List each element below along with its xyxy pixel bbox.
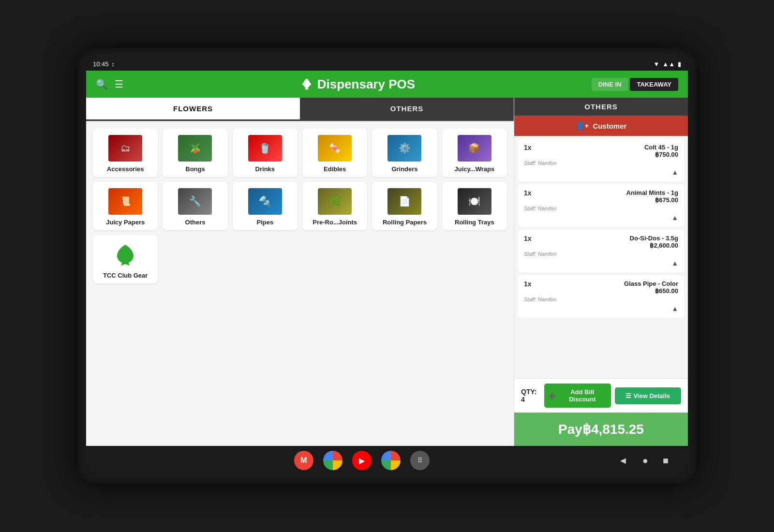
order-item-qty: 1x <box>524 235 532 242</box>
order-item: 1x Do-Si-Dos - 3.5g ฿2,600.00 Staff: Nam… <box>518 230 684 272</box>
plus-icon: ➕ <box>548 392 556 399</box>
category-bongs-label: Bongs <box>185 165 205 173</box>
order-item-qty: 1x <box>524 144 532 151</box>
bongs-image: 🪴 <box>178 135 212 162</box>
order-item-staff: Staff: Namfon <box>524 160 678 166</box>
list-icon: ☰ <box>625 392 631 399</box>
order-item-expand[interactable]: ▲ <box>524 259 678 267</box>
dock-icons: M ▶ ⠿ <box>105 451 618 470</box>
tab-others[interactable]: OTHERS <box>300 98 514 121</box>
category-rolling-trays-label: Rolling Trays <box>455 219 494 226</box>
pipes-image: 🔩 <box>248 188 282 215</box>
add-bill-discount-button[interactable]: ➕ Add Bill Discount <box>544 384 611 408</box>
category-juicy-wraps[interactable]: 📦 Juicy...Wraps <box>442 129 507 177</box>
dock-gmail[interactable]: M <box>294 451 313 470</box>
order-item-staff: Staff: Namfon <box>524 251 678 257</box>
status-right: ▼ ▲▲ ▮ <box>653 60 681 68</box>
dine-in-tab[interactable]: DINE IN <box>592 78 628 91</box>
tcc-image <box>108 241 142 268</box>
status-bar: 10:45 ↕ ▼ ▲▲ ▮ <box>86 57 688 71</box>
dock-chrome[interactable] <box>323 451 342 470</box>
add-customer-icon: 👤+ <box>576 121 589 130</box>
category-juicy-wraps-label: Juicy...Wraps <box>455 165 495 173</box>
category-edibles[interactable]: 🍬 Edibles <box>302 129 367 177</box>
order-list: 1x Colt 45 - 1g ฿750.00 Staff: Namfon ▲ <box>514 136 688 378</box>
status-left: 10:45 ↕ <box>93 60 115 68</box>
back-button[interactable]: ◄ <box>618 455 628 466</box>
qty-label: QTY: <box>521 388 540 396</box>
category-drinks[interactable]: 🥤 Drinks <box>233 129 298 177</box>
order-item-name: Animal Mints - 1g <box>532 189 678 196</box>
wifi-icon: ▼ <box>653 60 659 68</box>
order-item-name: Colt 45 - 1g <box>532 144 678 151</box>
order-item-row: 1x Colt 45 - 1g ฿750.00 <box>524 144 678 158</box>
app-title-container: Dispensary POS <box>131 77 584 92</box>
cannabis-leaf-icon <box>300 77 313 91</box>
category-juicy-papers[interactable]: 📜 Juicy Papers <box>93 182 158 230</box>
menu-icon[interactable]: ☰ <box>115 78 123 90</box>
order-footer: QTY: 4 ➕ Add Bill Discount ☰ View Detail… <box>514 378 688 413</box>
app-title: Dispensary POS <box>317 77 415 92</box>
juicy-papers-image: 📜 <box>108 188 142 215</box>
category-grinders-label: Grinders <box>391 165 417 173</box>
category-others[interactable]: 🔧 Others <box>163 182 227 230</box>
tablet-device: 10:45 ↕ ▼ ▲▲ ▮ 🔍 ☰ Dispensary POS <box>77 48 697 484</box>
pay-button[interactable]: Pay฿4,815.25 <box>514 413 688 446</box>
tab-flowers[interactable]: FLOWERS <box>86 98 300 121</box>
category-pipes[interactable]: 🔩 Pipes <box>233 182 298 230</box>
category-tcc-label: TCC Club Gear <box>103 272 148 279</box>
order-item-expand[interactable]: ▲ <box>524 304 678 313</box>
category-juicy-papers-label: Juicy Papers <box>106 219 145 226</box>
category-pipes-label: Pipes <box>256 219 273 226</box>
category-rolling-papers[interactable]: 📄 Rolling Papers <box>372 182 437 230</box>
order-item-expand[interactable]: ▲ <box>524 168 678 177</box>
bottom-bar: M ▶ ⠿ ◄ ● ■ <box>86 446 688 475</box>
order-item-qty: 1x <box>524 280 532 288</box>
category-bongs[interactable]: 🪴 Bongs <box>163 129 227 177</box>
signal-icon: ▲▲ <box>662 60 675 68</box>
app-header: 🔍 ☰ Dispensary POS DINE IN TAKEAWAY <box>86 71 688 98</box>
category-grinders[interactable]: ⚙️ Grinders <box>372 129 437 177</box>
order-item: 1x Glass Pipe - Color ฿650.00 Staff: Nam… <box>518 275 684 318</box>
order-item-expand[interactable]: ▲ <box>524 213 678 222</box>
category-pre-rolled[interactable]: 🌿 Pre-Ro...Joints <box>302 182 367 230</box>
category-rolling-trays[interactable]: 🍽️ Rolling Trays <box>442 182 507 230</box>
drinks-image: 🥤 <box>248 135 282 162</box>
mode-tabs: DINE IN TAKEAWAY <box>592 78 678 91</box>
tcc-leaf-svg <box>112 242 139 266</box>
battery-icon: ▮ <box>678 60 681 68</box>
category-others-label: Others <box>185 219 206 226</box>
order-item-name: Do-Si-Dos - 3.5g <box>532 235 678 242</box>
order-item-staff: Staff: Namfon <box>524 206 678 211</box>
order-item-price: ฿2,600.00 <box>532 242 678 249</box>
juicy-wraps-image: 📦 <box>458 135 491 162</box>
add-discount-label: Add Bill Discount <box>558 388 607 403</box>
takeaway-tab[interactable]: TAKEAWAY <box>630 78 678 91</box>
order-item-qty: 1x <box>524 189 532 197</box>
order-item-row: 1x Animal Mints - 1g ฿675.00 <box>524 189 678 204</box>
order-item-price: ฿750.00 <box>532 151 678 158</box>
category-edibles-label: Edibles <box>324 165 346 173</box>
order-item-staff: Staff: Namfon <box>524 296 678 302</box>
view-details-label: View Details <box>633 392 670 399</box>
chevron-up-icon: ▲ <box>671 214 678 222</box>
qty-value: 4 <box>521 396 540 403</box>
view-details-button[interactable]: ☰ View Details <box>615 387 682 404</box>
category-accessories[interactable]: 🗂 Accessories <box>93 129 158 177</box>
order-item: 1x Animal Mints - 1g ฿675.00 Staff: Namf… <box>518 184 684 227</box>
chevron-up-icon: ▲ <box>671 259 678 267</box>
categories-grid: 🗂 Accessories 🪴 Bongs 🥤 <box>86 122 514 290</box>
main-content: FLOWERS OTHERS 🗂 Accessories 🪴 <box>86 98 688 446</box>
dock-photos[interactable] <box>381 451 401 470</box>
category-tcc-club[interactable]: TCC Club Gear <box>93 235 158 283</box>
accessories-image: 🗂 <box>108 135 142 162</box>
home-button[interactable]: ● <box>642 455 648 466</box>
search-icon[interactable]: 🔍 <box>96 78 108 90</box>
sync-icon: ↕ <box>112 60 115 68</box>
dock-youtube[interactable]: ▶ <box>352 451 372 470</box>
right-panel: OTHERS 👤+ Customer 1x Colt 45 - 1g ฿750.… <box>514 98 688 446</box>
recents-button[interactable]: ■ <box>663 455 669 466</box>
customer-button[interactable]: 👤+ Customer <box>514 116 688 136</box>
section-tabs: FLOWERS OTHERS <box>86 98 514 122</box>
dock-apps[interactable]: ⠿ <box>410 451 430 470</box>
